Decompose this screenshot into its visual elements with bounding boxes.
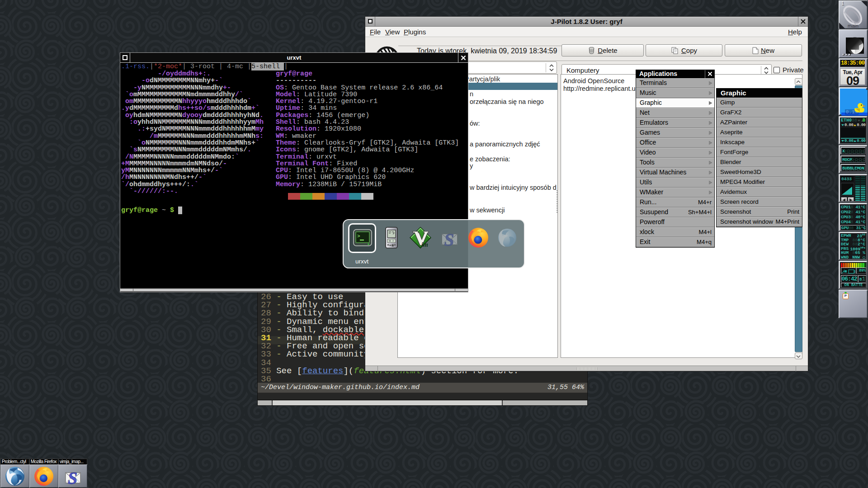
- svg-text:im: im: [421, 241, 428, 248]
- svg-text:>: >: [357, 234, 360, 239]
- svg-text:S: S: [444, 230, 454, 249]
- svg-text:S: S: [68, 469, 77, 487]
